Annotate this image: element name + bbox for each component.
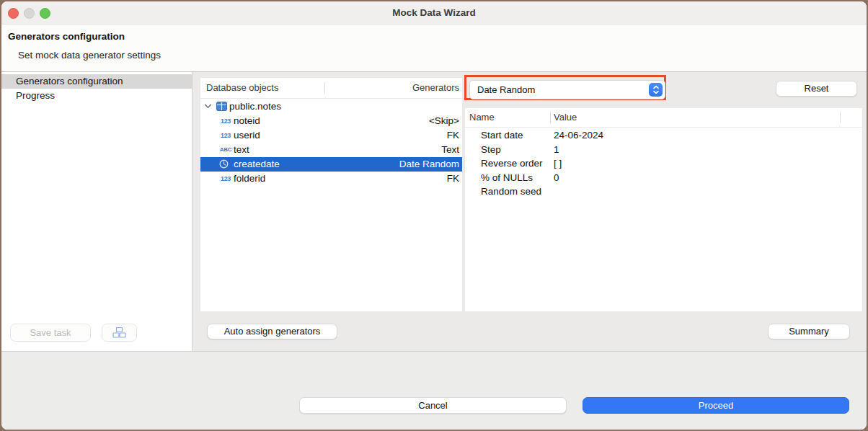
tree-row-text[interactable]: ABC text Text bbox=[200, 143, 462, 157]
numeric-123-icon: 123 bbox=[219, 172, 232, 186]
wizard-header: Generators configuration Set mock data g… bbox=[1, 25, 867, 72]
properties-table-header: Name Value bbox=[465, 108, 862, 128]
tree-row-label: folderid bbox=[234, 172, 265, 186]
tasks-boxes-icon bbox=[112, 326, 127, 339]
tree-row-noteid[interactable]: 123 noteid <Skip> bbox=[200, 114, 462, 128]
tree-row-userid[interactable]: 123 userid FK bbox=[200, 128, 462, 143]
property-name: Start date bbox=[481, 128, 523, 143]
datetime-clock-icon bbox=[219, 159, 229, 169]
property-row-step[interactable]: Step 1 bbox=[465, 143, 862, 157]
proceed-button[interactable]: Proceed bbox=[583, 397, 849, 414]
property-value[interactable]: 1 bbox=[554, 143, 559, 157]
titlebar: Mock Data Wizard bbox=[1, 1, 867, 25]
properties-rows: Start date 24-06-2024 Step 1 Reverse ord… bbox=[465, 128, 862, 199]
tree-row-createdate-selected[interactable]: createdate Date Random bbox=[200, 157, 462, 172]
auto-assign-generators-button[interactable]: Auto assign generators bbox=[207, 324, 337, 339]
column-header-value[interactable]: Value bbox=[554, 108, 577, 127]
property-name: Reverse order bbox=[481, 156, 543, 171]
footer-bar: Cancel Proceed bbox=[1, 351, 867, 430]
save-task-button[interactable]: Save task bbox=[10, 324, 91, 342]
reverse-order-checkbox[interactable]: [ ] bbox=[554, 156, 562, 171]
property-value[interactable]: 0 bbox=[554, 171, 559, 185]
chevron-down-icon[interactable] bbox=[204, 104, 212, 109]
page-subtitle: Set mock data generator settings bbox=[18, 50, 161, 61]
property-row-random-seed[interactable]: Random seed bbox=[465, 185, 862, 199]
tree-row-generator: FK bbox=[447, 172, 459, 186]
property-value[interactable]: 24-06-2024 bbox=[554, 128, 603, 143]
property-row-start-date[interactable]: Start date 24-06-2024 bbox=[465, 128, 862, 143]
tree-row-generator: FK bbox=[447, 128, 459, 143]
tree-row-generator: Date Random bbox=[399, 157, 459, 172]
property-name: Step bbox=[481, 143, 501, 157]
generator-select-value: Date Random bbox=[477, 81, 535, 99]
generator-select[interactable]: Date Random bbox=[469, 80, 665, 99]
column-header-name[interactable]: Name bbox=[469, 108, 495, 127]
column-divider bbox=[840, 112, 841, 123]
tree-row-generator: Text bbox=[441, 143, 459, 157]
database-objects-panel: Database objects Generators bbox=[200, 78, 462, 311]
objects-tree: public.notes 123 noteid <Skip> 123 useri… bbox=[200, 99, 462, 186]
select-stepper-icon[interactable] bbox=[649, 83, 663, 97]
column-header-database-objects[interactable]: Database objects bbox=[206, 78, 278, 98]
tree-row-folderid[interactable]: 123 folderid FK bbox=[200, 172, 462, 186]
objects-table-header: Database objects Generators bbox=[200, 78, 462, 99]
property-name: Random seed bbox=[481, 185, 541, 199]
reset-button[interactable]: Reset bbox=[776, 81, 857, 97]
table-icon bbox=[216, 102, 227, 111]
string-abc-icon: ABC bbox=[219, 143, 232, 157]
generator-properties-panel: Name Value Start date 24-06-2024 Step 1 … bbox=[465, 108, 862, 311]
tree-row-label: public.notes bbox=[229, 99, 281, 114]
property-row-percent-nulls[interactable]: % of NULLs 0 bbox=[465, 171, 862, 185]
property-name: % of NULLs bbox=[481, 171, 533, 185]
tree-row-public-notes[interactable]: public.notes bbox=[200, 99, 462, 114]
tree-row-generator: <Skip> bbox=[429, 114, 459, 128]
content-area: Generators configuration Progress Save t… bbox=[1, 72, 867, 351]
cancel-button[interactable]: Cancel bbox=[299, 397, 567, 414]
open-tasks-button[interactable] bbox=[102, 324, 137, 342]
wizard-steps-sidebar: Generators configuration Progress Save t… bbox=[1, 72, 192, 351]
page-title: Generators configuration bbox=[8, 31, 125, 42]
tree-row-label: text bbox=[234, 143, 249, 157]
tree-row-label: noteid bbox=[234, 114, 260, 128]
tree-row-label: createdate bbox=[234, 157, 280, 172]
column-divider[interactable] bbox=[324, 82, 325, 94]
column-header-generators[interactable]: Generators bbox=[412, 78, 459, 98]
sidebar-item-progress[interactable]: Progress bbox=[1, 89, 192, 103]
property-row-reverse-order[interactable]: Reverse order [ ] bbox=[465, 156, 862, 171]
window-title: Mock Data Wizard bbox=[1, 1, 867, 24]
tree-row-label: userid bbox=[234, 128, 260, 143]
sidebar-item-generators-configuration[interactable]: Generators configuration bbox=[1, 74, 192, 89]
numeric-123-icon: 123 bbox=[219, 114, 232, 128]
annotation-highlight-box: Date Random bbox=[464, 75, 666, 100]
summary-button[interactable]: Summary bbox=[768, 324, 850, 339]
column-divider[interactable] bbox=[550, 112, 551, 123]
mock-data-wizard-window: Mock Data Wizard Generators configuratio… bbox=[0, 0, 868, 431]
numeric-123-icon: 123 bbox=[219, 128, 232, 143]
